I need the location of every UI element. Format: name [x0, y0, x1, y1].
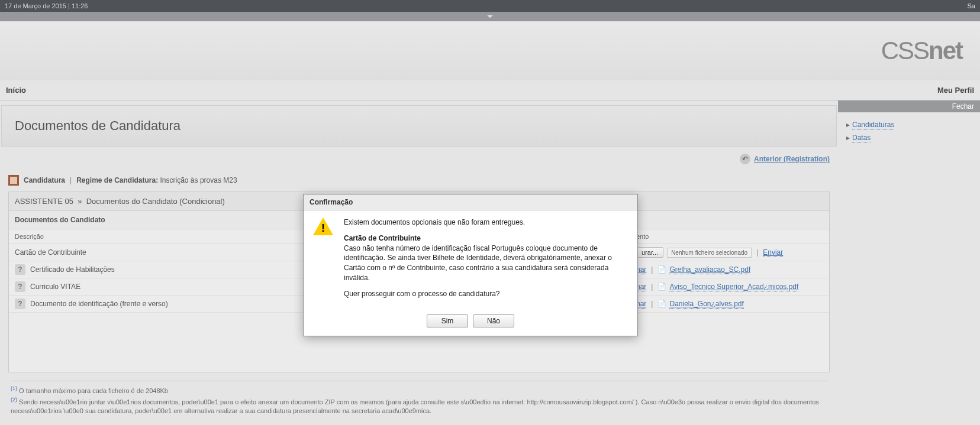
- attached-file-link[interactable]: Aviso_Tecnico Superior_Acad¿micos.pdf: [669, 283, 798, 291]
- row-desc: Certificado de Habilitações: [30, 265, 115, 274]
- footnote2-sup: (2): [11, 397, 17, 403]
- back-arrow-icon[interactable]: ↶: [740, 154, 750, 164]
- nav-home[interactable]: Início: [6, 86, 26, 95]
- dialog-title: Confirmação: [304, 194, 637, 210]
- logo: CSSnet: [881, 37, 962, 65]
- head-suffix: Documentos do Candidato (Condicional): [86, 197, 225, 206]
- attached-file-link[interactable]: Daniela_Gon¿alves.pdf: [669, 300, 743, 309]
- dialog-p2: Caso não tenha número de identificação f…: [344, 244, 612, 282]
- dialog-p3: Quer prosseguir com o processo de candid…: [344, 289, 628, 299]
- regime-value: Inscrição às provas M23: [160, 176, 237, 184]
- datetime-label: 17 de Março de 2015 | 11:26: [5, 0, 88, 12]
- topbar-right-text: Sa: [968, 0, 975, 12]
- sidebar-link[interactable]: Datas: [852, 134, 871, 142]
- chevron-right-icon: ▸: [846, 121, 850, 129]
- pipe: |: [756, 248, 758, 257]
- breadcrumb: Candidatura | Regime de Candidatura: Ins…: [8, 171, 830, 189]
- head-sep: »: [78, 197, 82, 206]
- warning-icon: [313, 218, 333, 235]
- no-button[interactable]: Não: [473, 314, 514, 327]
- attached-file-link[interactable]: Grelha_avaliacao_SC.pdf: [669, 265, 750, 274]
- chevron-right-icon: ▸: [846, 134, 850, 142]
- file-none-label: Nenhum ficheiro selecionado: [667, 248, 752, 258]
- send-link[interactable]: Enviar: [763, 248, 783, 257]
- regime-label-text: Regime de Candidatura:: [76, 176, 158, 184]
- breadcrumb-sep: |: [70, 176, 72, 184]
- side-links: ▸Candidaturas ▸Datas: [838, 112, 980, 150]
- dialog-actions: Sim Não: [304, 314, 637, 336]
- logo-part1: CSS: [881, 37, 929, 64]
- pdf-icon: [657, 300, 666, 308]
- logo-part2: net: [929, 37, 962, 64]
- anterior-link[interactable]: Anterior (Registration): [754, 155, 830, 163]
- document-icon: [8, 175, 19, 186]
- dialog-p1: Existem documentos opcionais que não for…: [344, 218, 628, 228]
- panel-expander[interactable]: [0, 12, 980, 21]
- yes-button[interactable]: Sim: [427, 314, 468, 327]
- col-doc: ento: [636, 233, 823, 240]
- top-bar: 17 de Março de 2015 | 11:26 Sa: [0, 0, 980, 12]
- footnote2-text: Sendo necess\u00e1rio juntar v\u00e1rios…: [11, 398, 819, 414]
- header-band: CSSnet: [0, 21, 980, 80]
- pipe: |: [651, 265, 653, 274]
- row-desc: Cartão de Contribuinte: [15, 248, 86, 257]
- regime-label: Regime de Candidatura: Inscrição às prov…: [76, 176, 237, 184]
- anterior-row: ↶ Anterior (Registration): [1, 150, 837, 168]
- close-panel-bar[interactable]: Fechar: [838, 100, 980, 112]
- pipe: |: [651, 283, 653, 291]
- pdf-icon: [657, 283, 666, 291]
- nav-row: Início Meu Perfil: [0, 80, 980, 100]
- pdf-icon: [657, 265, 666, 274]
- head-prefix: ASSISTENTE 05: [15, 197, 73, 206]
- sidebar-item-candidaturas[interactable]: ▸Candidaturas: [846, 118, 972, 131]
- footnote1-text: O tamanho máximo para cada ficheiro é de…: [19, 387, 168, 394]
- help-icon[interactable]: ?: [15, 299, 25, 309]
- footnotes: (1) O tamanho máximo para cada ficheiro …: [11, 381, 827, 416]
- dialog-text: Existem documentos opcionais que não for…: [344, 218, 628, 305]
- sidebar-item-datas[interactable]: ▸Datas: [846, 131, 972, 144]
- row-desc: Curriculo VITAE: [30, 283, 80, 291]
- browse-button[interactable]: urar...: [636, 247, 663, 258]
- footnote1-sup: (1): [11, 385, 17, 391]
- page-title: Documentos de Candidatura: [1, 105, 837, 147]
- dialog-heading: Cartão de Contribuinte: [344, 234, 421, 242]
- help-icon[interactable]: ?: [15, 264, 25, 275]
- pipe: |: [651, 300, 653, 308]
- breadcrumb-root: Candidatura: [24, 176, 65, 184]
- side-column: Fechar ▸Candidaturas ▸Datas: [838, 100, 980, 425]
- nav-profile[interactable]: Meu Perfil: [937, 86, 974, 95]
- sidebar-link[interactable]: Candidaturas: [852, 121, 894, 129]
- help-icon[interactable]: ?: [15, 281, 25, 292]
- row-desc: Documento de identificação (frente e ver…: [30, 300, 168, 308]
- confirm-dialog: Confirmação Existem documentos opcionais…: [303, 194, 638, 336]
